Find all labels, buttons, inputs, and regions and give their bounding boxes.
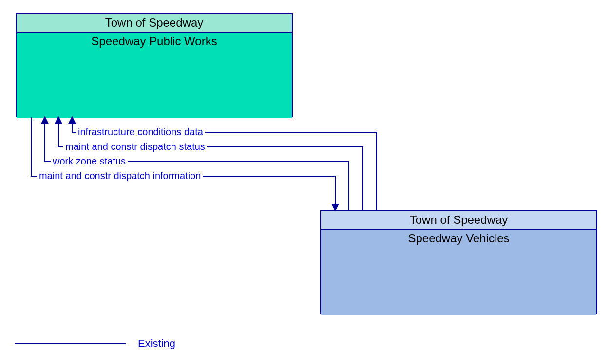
box-public-works-body-text: Speedway Public Works	[91, 35, 217, 48]
box-vehicles: Town of Speedway Speedway Vehicles	[320, 210, 597, 314]
box-vehicles-header-text: Town of Speedway	[410, 213, 508, 226]
diagram-stage: Town of Speedway Speedway Public Works T…	[0, 0, 610, 364]
flow-label-dispatch-information: maint and constr dispatch information	[37, 170, 203, 182]
box-vehicles-header: Town of Speedway	[321, 211, 596, 230]
box-public-works-header-text: Town of Speedway	[105, 16, 203, 29]
flow-label-work-zone-status: work zone status	[51, 156, 128, 167]
flow-label-dispatch-status: maint and constr dispatch status	[63, 141, 207, 152]
box-public-works-body: Speedway Public Works	[17, 33, 292, 118]
box-vehicles-body: Speedway Vehicles	[321, 230, 596, 315]
flow-label-infrastructure-conditions: infrastructure conditions data	[76, 127, 205, 138]
box-public-works: Town of Speedway Speedway Public Works	[16, 13, 293, 117]
box-public-works-header: Town of Speedway	[17, 14, 292, 33]
box-vehicles-body-text: Speedway Vehicles	[408, 232, 509, 245]
legend-label-existing: Existing	[138, 337, 175, 350]
